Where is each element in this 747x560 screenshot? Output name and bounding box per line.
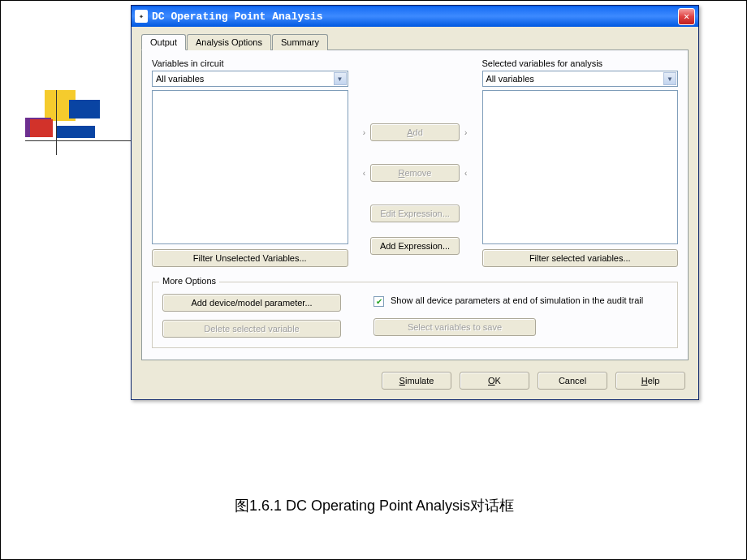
- filter-selected-button[interactable]: Filter selected variables...: [482, 249, 679, 267]
- help-button[interactable]: Help: [615, 372, 685, 390]
- show-all-parameters-label: Show all device parameters at end of sim…: [391, 295, 643, 305]
- add-button[interactable]: Add: [370, 123, 460, 141]
- dropdown-value: All variables: [156, 74, 204, 84]
- dropdown-value: All variables: [486, 74, 534, 84]
- filter-unselected-button[interactable]: Filter Unselected Variables...: [152, 249, 348, 267]
- delete-selected-variable-button[interactable]: Delete selected variable: [162, 320, 341, 338]
- remove-button[interactable]: Remove: [370, 164, 460, 182]
- close-button[interactable]: ✕: [678, 8, 695, 25]
- variables-in-circuit-dropdown[interactable]: All variables ▼: [152, 71, 348, 87]
- add-expression-button[interactable]: Add Expression...: [370, 237, 460, 255]
- add-device-parameter-button[interactable]: Add device/model parameter...: [162, 294, 341, 312]
- chevron-down-icon: ▼: [334, 72, 347, 85]
- unselected-variables-list[interactable]: [152, 90, 348, 244]
- simulate-button[interactable]: Simulate: [382, 372, 451, 390]
- window-title: DC Operating Point Analysis: [152, 11, 678, 23]
- close-icon: ✕: [684, 11, 689, 23]
- more-options-group: More Options Add device/model parameter.…: [152, 282, 678, 348]
- arrow-left-icon: ‹: [363, 169, 365, 178]
- tab-content-output: Variables in circuit All variables ▼ Fil…: [141, 50, 689, 360]
- app-logo: [25, 90, 102, 155]
- chevron-down-icon: ▼: [663, 72, 676, 85]
- tab-summary[interactable]: Summary: [272, 34, 328, 50]
- select-variables-to-save-button[interactable]: Select variables to save: [374, 318, 536, 336]
- figure-caption: 图1.6.1 DC Operating Point Analysis对话框: [1, 496, 747, 515]
- selected-variables-list[interactable]: [482, 90, 679, 244]
- titlebar[interactable]: ✦ DC Operating Point Analysis ✕: [132, 6, 698, 27]
- app-icon: ✦: [135, 10, 148, 23]
- tab-strip: Output Analysis Options Summary: [141, 33, 689, 50]
- cancel-button[interactable]: Cancel: [538, 372, 607, 390]
- variables-in-circuit-label: Variables in circuit: [152, 58, 348, 68]
- more-options-legend: More Options: [159, 276, 219, 286]
- dialog-button-bar: Simulate OK Cancel Help: [141, 372, 689, 390]
- selected-variables-label: Selected variables for analysis: [482, 58, 679, 68]
- ok-button[interactable]: OK: [460, 372, 529, 390]
- selected-variables-dropdown[interactable]: All variables ▼: [482, 71, 679, 87]
- tab-analysis-options[interactable]: Analysis Options: [187, 34, 271, 50]
- arrow-left-icon: ‹: [464, 169, 467, 178]
- arrow-right-icon: ›: [363, 128, 365, 137]
- arrow-right-icon: ›: [464, 128, 467, 137]
- tab-output[interactable]: Output: [141, 34, 186, 50]
- dialog-window: ✦ DC Operating Point Analysis ✕ Output A…: [131, 5, 699, 400]
- show-all-parameters-checkbox[interactable]: ✔: [374, 296, 384, 307]
- edit-expression-button[interactable]: Edit Expression...: [370, 205, 460, 222]
